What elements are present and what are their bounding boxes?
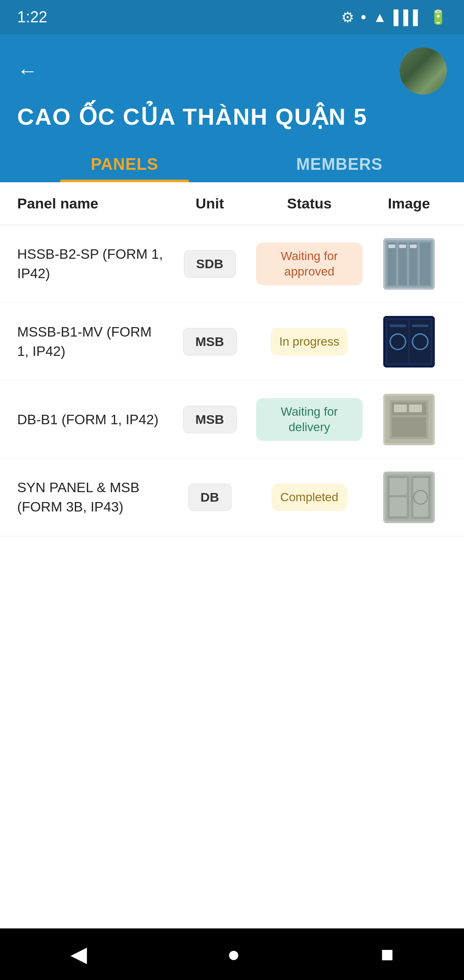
status-cell-1: Waiting for approved (256, 242, 362, 286)
nav-bar: ◀ ● ■ (0, 928, 464, 980)
svg-rect-30 (413, 478, 428, 517)
nav-back-button[interactable]: ◀ (45, 933, 113, 975)
unit-badge-3: MSB (183, 406, 237, 433)
col-header-panel-name: Panel name (9, 195, 163, 212)
unit-badge-4: DB (188, 484, 232, 511)
status-cell-3: Waiting for delivery (256, 398, 362, 441)
panel-thumb-4 (383, 472, 435, 523)
avatar-image (400, 47, 447, 95)
panel-name-1: HSSB-B2-SP (FORM 1, IP42) (9, 245, 163, 283)
status-bar: 1:22 ⚙ • ▲ ▌▌▌ 🔋 (0, 0, 464, 34)
table-row[interactable]: SYN PANEL & MSB (FORM 3B, IP43) DB Compl… (0, 459, 464, 536)
status-cell-4: Completed (256, 484, 362, 511)
unit-cell-1: SDB (163, 250, 256, 278)
image-cell-2 (363, 316, 455, 368)
svg-rect-23 (409, 404, 422, 412)
nav-home-button[interactable]: ● (201, 933, 266, 975)
unit-cell-3: MSB (163, 406, 256, 433)
svg-rect-7 (399, 245, 406, 248)
panel-thumb-1 (383, 238, 435, 290)
unit-cell-4: DB (163, 484, 256, 511)
status-badge-1: Waiting for approved (256, 242, 362, 286)
page-title: CAO ỐC CỦA THÀNH QUẬN 5 (17, 103, 447, 143)
status-badge-2: In progress (271, 328, 348, 355)
panel-thumb-3 (383, 394, 435, 445)
image-cell-3 (363, 394, 455, 445)
svg-rect-28 (390, 478, 407, 495)
battery-icon: 🔋 (430, 9, 447, 25)
signal-icon: ▌▌▌ (394, 9, 423, 25)
table-container: Panel name Unit Status Image HSSB-B2-SP … (0, 182, 464, 928)
back-button[interactable]: ← (17, 61, 38, 81)
col-header-status: Status (256, 195, 362, 212)
table-header: Panel name Unit Status Image (0, 182, 464, 225)
panel-name-3: DB-B1 (FORM 1, IP42) (9, 410, 163, 429)
svg-rect-2 (388, 242, 396, 285)
status-icons: ⚙ • ▲ ▌▌▌ 🔋 (341, 8, 447, 26)
avatar (400, 47, 447, 95)
dot-icon: • (361, 8, 366, 26)
image-cell-4 (363, 472, 455, 523)
wifi-icon: ▲ (373, 9, 387, 25)
table-row[interactable]: MSSB-B1-MV (FORM 1, IP42) MSB In progres… (0, 303, 464, 381)
nav-recents-button[interactable]: ■ (355, 933, 419, 975)
col-header-unit: Unit (163, 195, 256, 212)
svg-rect-5 (420, 242, 430, 285)
app-header: ← CAO ỐC CỦA THÀNH QUẬN 5 PANELS MEMBERS (0, 34, 464, 182)
table-row[interactable]: HSSB-B2-SP (FORM 1, IP42) SDB Waiting fo… (0, 225, 464, 303)
svg-rect-6 (388, 245, 395, 248)
svg-rect-29 (390, 497, 407, 516)
table-row[interactable]: DB-B1 (FORM 1, IP42) MSB Waiting for del… (0, 381, 464, 459)
col-header-image: Image (363, 195, 455, 212)
svg-rect-3 (398, 242, 407, 285)
svg-rect-16 (412, 325, 428, 327)
status-badge-4: Completed (272, 484, 347, 511)
svg-rect-8 (410, 245, 417, 248)
tab-panels[interactable]: PANELS (17, 143, 232, 182)
image-cell-1 (363, 238, 455, 290)
status-cell-2: In progress (256, 328, 362, 355)
status-badge-3: Waiting for delivery (256, 398, 362, 441)
svg-rect-15 (390, 325, 406, 327)
panel-name-2: MSSB-B1-MV (FORM 1, IP42) (9, 322, 163, 361)
status-time: 1:22 (17, 8, 47, 26)
unit-cell-2: MSB (163, 328, 256, 355)
svg-rect-22 (394, 404, 407, 412)
header-top: ← (17, 47, 447, 95)
svg-rect-4 (409, 242, 418, 285)
panel-name-4: SYN PANEL & MSB (FORM 3B, IP43) (9, 478, 163, 517)
tabs: PANELS MEMBERS (17, 143, 447, 182)
svg-rect-21 (392, 417, 426, 437)
unit-badge-2: MSB (183, 328, 237, 355)
settings-icon: ⚙ (341, 9, 354, 26)
tab-members[interactable]: MEMBERS (232, 143, 447, 182)
unit-badge-1: SDB (184, 250, 236, 278)
panel-thumb-2 (383, 316, 435, 368)
